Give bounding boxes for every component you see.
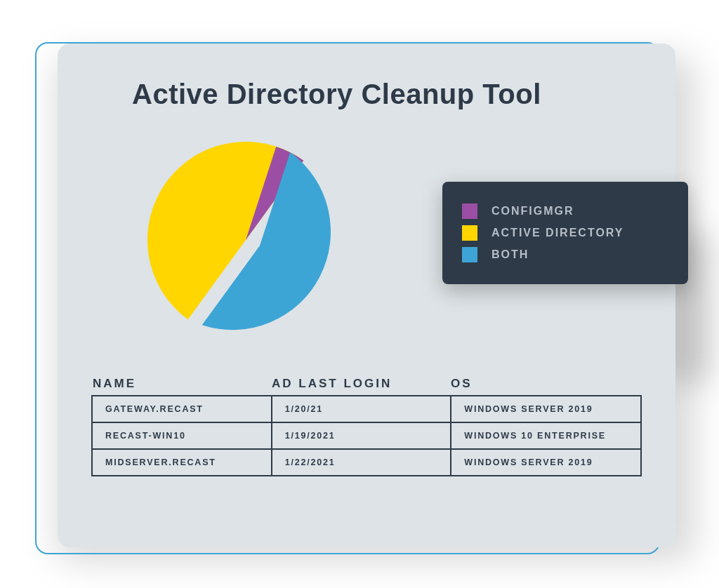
legend-label: BOTH	[492, 248, 529, 261]
col-header-os: OS	[451, 377, 633, 391]
pie-svg	[140, 135, 351, 345]
table-row: GATEWAY.RECAST 1/20/21 WINDOWS SERVER 20…	[92, 396, 641, 422]
legend-box: CONFIGMGR ACTIVE DIRECTORY BOTH	[442, 182, 688, 284]
table-row: MIDSERVER.RECAST 1/22/2021 WINDOWS SERVE…	[92, 449, 641, 476]
legend-item-active-directory: ACTIVE DIRECTORY	[462, 225, 668, 241]
chart-row: CONFIGMGR ACTIVE DIRECTORY BOTH	[91, 131, 642, 349]
legend-swatch	[462, 203, 477, 219]
cell-login: 1/20/21	[272, 396, 451, 422]
legend-label: CONFIGMGR	[492, 205, 574, 218]
cell-name: RECAST-WIN10	[92, 422, 272, 449]
col-header-name: NAME	[93, 377, 272, 391]
cell-login: 1/22/2021	[272, 449, 451, 476]
page-title: Active Directory Cleanup Tool	[132, 79, 642, 110]
cell-login: 1/19/2021	[272, 422, 451, 449]
col-header-login: AD LAST LOGIN	[272, 377, 451, 391]
legend-item-configmgr: CONFIGMGR	[462, 203, 668, 219]
cell-name: GATEWAY.RECAST	[92, 396, 272, 422]
report-card: Active Directory Cleanup Tool CONFIGMGR	[58, 44, 675, 547]
data-table: GATEWAY.RECAST 1/20/21 WINDOWS SERVER 20…	[91, 395, 642, 476]
legend-swatch	[462, 225, 477, 241]
legend-swatch	[462, 247, 477, 262]
cell-os: WINDOWS SERVER 2019	[451, 396, 641, 422]
table-headers: NAME AD LAST LOGIN OS	[91, 377, 642, 391]
table-row: RECAST-WIN10 1/19/2021 WINDOWS 10 ENTERP…	[92, 422, 641, 449]
legend-item-both: BOTH	[462, 247, 668, 262]
pie-chart	[140, 135, 351, 345]
cell-os: WINDOWS 10 ENTERPRISE	[451, 422, 641, 449]
cell-name: MIDSERVER.RECAST	[92, 449, 272, 476]
cell-os: WINDOWS SERVER 2019	[451, 449, 641, 476]
legend-label: ACTIVE DIRECTORY	[492, 227, 624, 239]
table-section: NAME AD LAST LOGIN OS GATEWAY.RECAST 1/2…	[91, 377, 642, 476]
